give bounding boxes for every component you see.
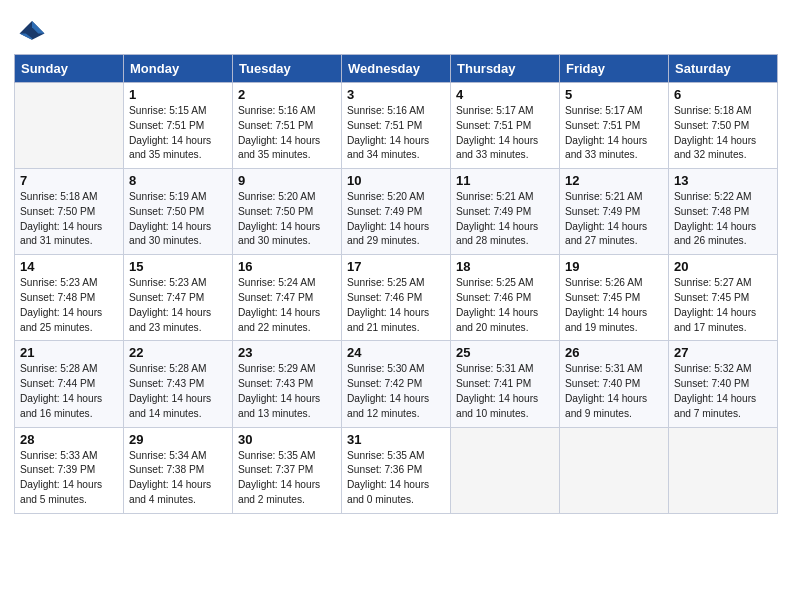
day-number: 2 [238, 87, 336, 102]
day-number: 31 [347, 432, 445, 447]
calendar-cell [15, 83, 124, 169]
day-number: 19 [565, 259, 663, 274]
day-number: 17 [347, 259, 445, 274]
calendar-cell: 10Sunrise: 5:20 AM Sunset: 7:49 PM Dayli… [342, 169, 451, 255]
calendar-cell: 15Sunrise: 5:23 AM Sunset: 7:47 PM Dayli… [124, 255, 233, 341]
calendar-container: SundayMondayTuesdayWednesdayThursdayFrid… [0, 54, 792, 528]
day-number: 3 [347, 87, 445, 102]
weekday-header-friday: Friday [560, 55, 669, 83]
calendar-cell: 26Sunrise: 5:31 AM Sunset: 7:40 PM Dayli… [560, 341, 669, 427]
calendar-cell: 16Sunrise: 5:24 AM Sunset: 7:47 PM Dayli… [233, 255, 342, 341]
calendar-cell [560, 427, 669, 513]
calendar-cell: 5Sunrise: 5:17 AM Sunset: 7:51 PM Daylig… [560, 83, 669, 169]
weekday-header-wednesday: Wednesday [342, 55, 451, 83]
day-number: 9 [238, 173, 336, 188]
day-info: Sunrise: 5:18 AM Sunset: 7:50 PM Dayligh… [674, 104, 772, 163]
day-info: Sunrise: 5:31 AM Sunset: 7:41 PM Dayligh… [456, 362, 554, 421]
day-info: Sunrise: 5:24 AM Sunset: 7:47 PM Dayligh… [238, 276, 336, 335]
calendar-cell: 31Sunrise: 5:35 AM Sunset: 7:36 PM Dayli… [342, 427, 451, 513]
calendar-cell: 18Sunrise: 5:25 AM Sunset: 7:46 PM Dayli… [451, 255, 560, 341]
day-info: Sunrise: 5:20 AM Sunset: 7:49 PM Dayligh… [347, 190, 445, 249]
day-info: Sunrise: 5:16 AM Sunset: 7:51 PM Dayligh… [238, 104, 336, 163]
calendar-cell: 24Sunrise: 5:30 AM Sunset: 7:42 PM Dayli… [342, 341, 451, 427]
day-info: Sunrise: 5:21 AM Sunset: 7:49 PM Dayligh… [456, 190, 554, 249]
day-info: Sunrise: 5:19 AM Sunset: 7:50 PM Dayligh… [129, 190, 227, 249]
calendar-cell: 9Sunrise: 5:20 AM Sunset: 7:50 PM Daylig… [233, 169, 342, 255]
calendar-week-row: 7Sunrise: 5:18 AM Sunset: 7:50 PM Daylig… [15, 169, 778, 255]
calendar-cell: 21Sunrise: 5:28 AM Sunset: 7:44 PM Dayli… [15, 341, 124, 427]
day-info: Sunrise: 5:28 AM Sunset: 7:43 PM Dayligh… [129, 362, 227, 421]
calendar-cell: 27Sunrise: 5:32 AM Sunset: 7:40 PM Dayli… [669, 341, 778, 427]
day-number: 16 [238, 259, 336, 274]
calendar-cell: 12Sunrise: 5:21 AM Sunset: 7:49 PM Dayli… [560, 169, 669, 255]
page-header [0, 0, 792, 54]
day-info: Sunrise: 5:23 AM Sunset: 7:48 PM Dayligh… [20, 276, 118, 335]
day-info: Sunrise: 5:31 AM Sunset: 7:40 PM Dayligh… [565, 362, 663, 421]
day-number: 4 [456, 87, 554, 102]
calendar-cell: 14Sunrise: 5:23 AM Sunset: 7:48 PM Dayli… [15, 255, 124, 341]
day-info: Sunrise: 5:34 AM Sunset: 7:38 PM Dayligh… [129, 449, 227, 508]
calendar-cell: 1Sunrise: 5:15 AM Sunset: 7:51 PM Daylig… [124, 83, 233, 169]
weekday-header-sunday: Sunday [15, 55, 124, 83]
day-info: Sunrise: 5:28 AM Sunset: 7:44 PM Dayligh… [20, 362, 118, 421]
day-number: 29 [129, 432, 227, 447]
day-info: Sunrise: 5:30 AM Sunset: 7:42 PM Dayligh… [347, 362, 445, 421]
calendar-cell: 13Sunrise: 5:22 AM Sunset: 7:48 PM Dayli… [669, 169, 778, 255]
day-info: Sunrise: 5:16 AM Sunset: 7:51 PM Dayligh… [347, 104, 445, 163]
calendar-cell: 17Sunrise: 5:25 AM Sunset: 7:46 PM Dayli… [342, 255, 451, 341]
calendar-cell: 19Sunrise: 5:26 AM Sunset: 7:45 PM Dayli… [560, 255, 669, 341]
day-info: Sunrise: 5:32 AM Sunset: 7:40 PM Dayligh… [674, 362, 772, 421]
calendar-cell: 28Sunrise: 5:33 AM Sunset: 7:39 PM Dayli… [15, 427, 124, 513]
calendar-week-row: 14Sunrise: 5:23 AM Sunset: 7:48 PM Dayli… [15, 255, 778, 341]
day-info: Sunrise: 5:35 AM Sunset: 7:36 PM Dayligh… [347, 449, 445, 508]
day-info: Sunrise: 5:27 AM Sunset: 7:45 PM Dayligh… [674, 276, 772, 335]
day-info: Sunrise: 5:23 AM Sunset: 7:47 PM Dayligh… [129, 276, 227, 335]
day-number: 8 [129, 173, 227, 188]
calendar-cell: 29Sunrise: 5:34 AM Sunset: 7:38 PM Dayli… [124, 427, 233, 513]
day-info: Sunrise: 5:33 AM Sunset: 7:39 PM Dayligh… [20, 449, 118, 508]
day-info: Sunrise: 5:25 AM Sunset: 7:46 PM Dayligh… [456, 276, 554, 335]
calendar-cell: 8Sunrise: 5:19 AM Sunset: 7:50 PM Daylig… [124, 169, 233, 255]
day-number: 26 [565, 345, 663, 360]
day-info: Sunrise: 5:17 AM Sunset: 7:51 PM Dayligh… [456, 104, 554, 163]
day-number: 24 [347, 345, 445, 360]
weekday-header-monday: Monday [124, 55, 233, 83]
day-number: 25 [456, 345, 554, 360]
weekday-header-thursday: Thursday [451, 55, 560, 83]
calendar-cell: 6Sunrise: 5:18 AM Sunset: 7:50 PM Daylig… [669, 83, 778, 169]
day-number: 13 [674, 173, 772, 188]
day-info: Sunrise: 5:29 AM Sunset: 7:43 PM Dayligh… [238, 362, 336, 421]
calendar-cell: 2Sunrise: 5:16 AM Sunset: 7:51 PM Daylig… [233, 83, 342, 169]
weekday-header-saturday: Saturday [669, 55, 778, 83]
calendar-cell: 22Sunrise: 5:28 AM Sunset: 7:43 PM Dayli… [124, 341, 233, 427]
weekday-header-row: SundayMondayTuesdayWednesdayThursdayFrid… [15, 55, 778, 83]
day-info: Sunrise: 5:25 AM Sunset: 7:46 PM Dayligh… [347, 276, 445, 335]
calendar-week-row: 28Sunrise: 5:33 AM Sunset: 7:39 PM Dayli… [15, 427, 778, 513]
day-number: 6 [674, 87, 772, 102]
day-info: Sunrise: 5:20 AM Sunset: 7:50 PM Dayligh… [238, 190, 336, 249]
logo-icon [18, 18, 46, 46]
logo [18, 18, 50, 46]
day-info: Sunrise: 5:18 AM Sunset: 7:50 PM Dayligh… [20, 190, 118, 249]
calendar-cell [451, 427, 560, 513]
calendar-cell: 23Sunrise: 5:29 AM Sunset: 7:43 PM Dayli… [233, 341, 342, 427]
day-number: 21 [20, 345, 118, 360]
day-number: 1 [129, 87, 227, 102]
calendar-cell [669, 427, 778, 513]
day-number: 30 [238, 432, 336, 447]
day-number: 10 [347, 173, 445, 188]
day-number: 5 [565, 87, 663, 102]
day-info: Sunrise: 5:21 AM Sunset: 7:49 PM Dayligh… [565, 190, 663, 249]
day-info: Sunrise: 5:17 AM Sunset: 7:51 PM Dayligh… [565, 104, 663, 163]
day-number: 18 [456, 259, 554, 274]
calendar-cell: 11Sunrise: 5:21 AM Sunset: 7:49 PM Dayli… [451, 169, 560, 255]
day-info: Sunrise: 5:15 AM Sunset: 7:51 PM Dayligh… [129, 104, 227, 163]
day-number: 20 [674, 259, 772, 274]
calendar-week-row: 1Sunrise: 5:15 AM Sunset: 7:51 PM Daylig… [15, 83, 778, 169]
calendar-cell: 20Sunrise: 5:27 AM Sunset: 7:45 PM Dayli… [669, 255, 778, 341]
day-number: 23 [238, 345, 336, 360]
day-number: 27 [674, 345, 772, 360]
day-number: 15 [129, 259, 227, 274]
day-number: 28 [20, 432, 118, 447]
weekday-header-tuesday: Tuesday [233, 55, 342, 83]
